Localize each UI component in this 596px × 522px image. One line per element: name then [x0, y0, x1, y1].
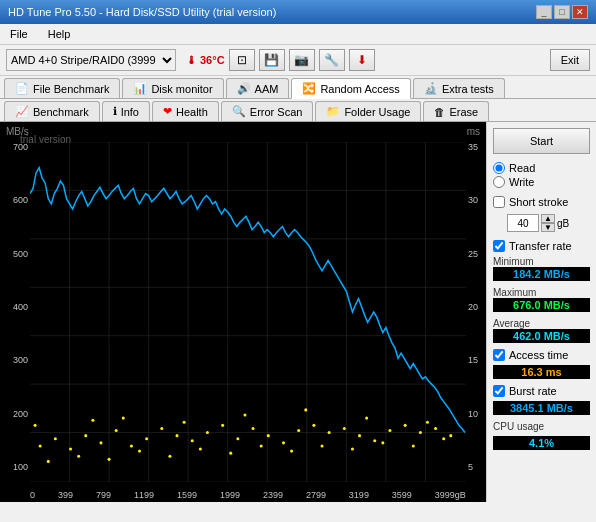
average-block: Average 462.0 MB/s: [493, 318, 590, 343]
transfer-rate-label[interactable]: Transfer rate: [493, 240, 590, 252]
svg-point-20: [69, 447, 72, 450]
write-radio-label[interactable]: Write: [493, 176, 590, 188]
svg-point-54: [290, 450, 293, 453]
minimize-button[interactable]: _: [536, 5, 552, 19]
x-label-3199: 3199: [349, 490, 369, 500]
x-label-2399: 2399: [263, 490, 283, 500]
y-label-400: 400: [13, 302, 28, 312]
spinner-up[interactable]: ▲: [541, 214, 555, 223]
temperature-value: 36°C: [200, 54, 225, 66]
menu-help[interactable]: Help: [42, 26, 77, 42]
y-right-10: 10: [468, 409, 478, 419]
svg-point-52: [229, 452, 232, 455]
svg-point-43: [419, 431, 422, 434]
cpu-usage-label: CPU usage: [493, 421, 590, 432]
svg-point-47: [77, 455, 80, 458]
tab-random-access[interactable]: 🔀 Random Access: [291, 78, 410, 99]
tab-benchmark[interactable]: 📈 Benchmark: [4, 101, 100, 121]
svg-point-51: [199, 447, 202, 450]
spinner-down[interactable]: ▼: [541, 223, 555, 232]
access-time-label[interactable]: Access time: [493, 349, 590, 361]
x-label-3999: 3999gB: [435, 490, 466, 500]
minimum-value: 184.2 MB/s: [493, 267, 590, 281]
settings-button[interactable]: 🔧: [319, 49, 345, 71]
error-scan-icon: 🔍: [232, 105, 246, 118]
tab-error-scan[interactable]: 🔍 Error Scan: [221, 101, 314, 121]
svg-point-35: [297, 429, 300, 432]
close-button[interactable]: ✕: [572, 5, 588, 19]
main-content: MB/s ms trial version 700 600 500 400 30…: [0, 122, 596, 502]
menu-bar: File Help: [0, 24, 596, 45]
svg-point-44: [434, 427, 437, 430]
svg-point-60: [34, 424, 37, 427]
y-axis-right: 35 30 25 20 15 10 5: [466, 142, 486, 472]
tab-info[interactable]: ℹ Info: [102, 101, 150, 121]
download-button[interactable]: ⬇: [349, 49, 375, 71]
svg-point-33: [267, 434, 270, 437]
svg-point-31: [236, 437, 239, 440]
folder-usage-icon: 📁: [326, 105, 340, 118]
svg-point-55: [320, 444, 323, 447]
svg-point-56: [351, 447, 354, 450]
access-time-block: 16.3 ms: [493, 365, 590, 379]
y-label-700: 700: [13, 142, 28, 152]
svg-point-49: [138, 450, 141, 453]
temperature-display: 🌡 36°C: [186, 54, 225, 66]
tab-health[interactable]: ❤ Health: [152, 101, 219, 121]
save-button[interactable]: 💾: [259, 49, 285, 71]
extra-tests-icon: 🔬: [424, 82, 438, 95]
short-stroke-input[interactable]: [507, 214, 539, 232]
svg-point-64: [243, 413, 246, 416]
chart-area: MB/s ms trial version 700 600 500 400 30…: [0, 122, 486, 502]
write-label: Write: [509, 176, 534, 188]
burst-rate-text: Burst rate: [509, 385, 557, 397]
tab-file-benchmark[interactable]: 📄 File Benchmark: [4, 78, 120, 98]
svg-point-39: [358, 434, 361, 437]
read-radio-label[interactable]: Read: [493, 162, 590, 174]
read-radio[interactable]: [493, 162, 505, 174]
svg-point-42: [404, 424, 407, 427]
x-label-1199: 1199: [134, 490, 154, 500]
drive-select[interactable]: AMD 4+0 Stripe/RAID0 (3999 gB): [6, 49, 176, 71]
svg-point-26: [160, 427, 163, 430]
x-label-399: 399: [58, 490, 73, 500]
burst-rate-value: 3845.1 MB/s: [493, 401, 590, 415]
svg-point-24: [130, 444, 133, 447]
y-right-30: 30: [468, 195, 478, 205]
short-stroke-text: Short stroke: [509, 196, 568, 208]
transfer-rate-checkbox[interactable]: [493, 240, 505, 252]
short-stroke-label[interactable]: Short stroke: [493, 196, 590, 208]
tab-aam[interactable]: 🔊 AAM: [226, 78, 290, 98]
window-controls: _ □ ✕: [536, 5, 588, 19]
access-time-checkbox[interactable]: [493, 349, 505, 361]
cpu-usage-value: 4.1%: [493, 436, 590, 450]
copy-button[interactable]: ⊡: [229, 49, 255, 71]
tab-erase[interactable]: 🗑 Erase: [423, 101, 489, 121]
average-value: 462.0 MB/s: [493, 329, 590, 343]
svg-point-32: [252, 427, 255, 430]
x-label-2799: 2799: [306, 490, 326, 500]
y-right-25: 25: [468, 249, 478, 259]
start-button[interactable]: Start: [493, 128, 590, 154]
write-radio[interactable]: [493, 176, 505, 188]
svg-point-61: [91, 419, 94, 422]
transfer-rate-text: Transfer rate: [509, 240, 572, 252]
access-time-text: Access time: [509, 349, 568, 361]
svg-point-65: [304, 408, 307, 411]
svg-point-62: [122, 417, 125, 420]
tab-disk-monitor[interactable]: 📊 Disk monitor: [122, 78, 223, 98]
maximize-button[interactable]: □: [554, 5, 570, 19]
burst-rate-label[interactable]: Burst rate: [493, 385, 590, 397]
menu-file[interactable]: File: [4, 26, 34, 42]
burst-rate-checkbox[interactable]: [493, 385, 505, 397]
exit-button[interactable]: Exit: [550, 49, 590, 71]
svg-point-41: [388, 429, 391, 432]
svg-point-27: [176, 434, 179, 437]
tab-folder-usage[interactable]: 📁 Folder Usage: [315, 101, 421, 121]
short-stroke-checkbox[interactable]: [493, 196, 505, 208]
camera-button[interactable]: 📷: [289, 49, 315, 71]
y-right-5: 5: [468, 462, 473, 472]
tab-extra-tests[interactable]: 🔬 Extra tests: [413, 78, 505, 98]
svg-point-25: [145, 437, 148, 440]
maximum-value: 676.0 MB/s: [493, 298, 590, 312]
